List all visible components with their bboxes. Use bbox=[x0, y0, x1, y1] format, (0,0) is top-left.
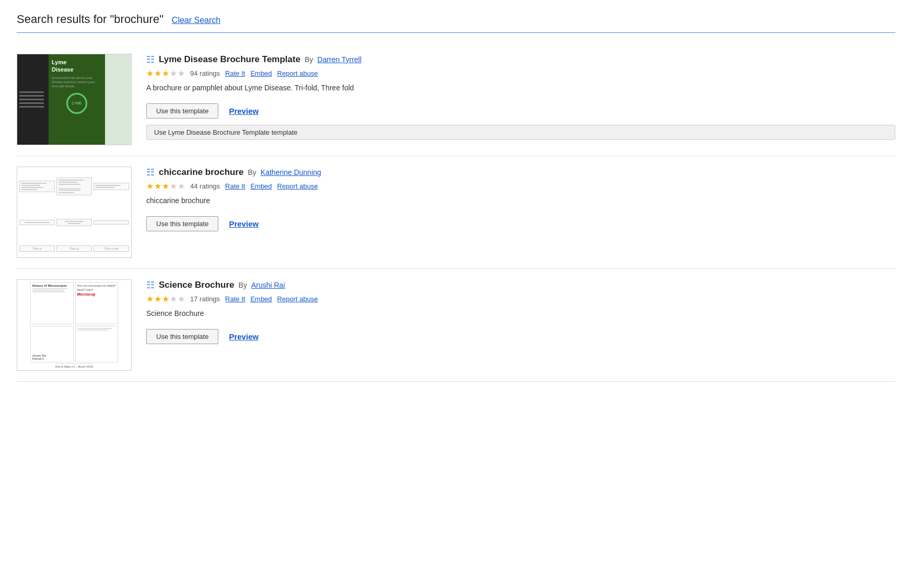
description: chiccarine brochure bbox=[146, 196, 895, 205]
by-label: By bbox=[305, 55, 313, 64]
preview-link[interactable]: Preview bbox=[229, 219, 259, 228]
author-link[interactable]: Arushi Rai bbox=[251, 281, 285, 289]
result-item-science: History of Microscopes How can microscop… bbox=[17, 269, 895, 382]
use-template-button[interactable]: Use this template bbox=[146, 329, 218, 344]
rating-count: 44 ratings bbox=[190, 182, 220, 190]
thumbnail-lyme: LymeDisease Environment info about Lyme … bbox=[17, 54, 132, 145]
result-item-lyme: LymeDisease Environment info about Lyme … bbox=[17, 43, 895, 156]
ratings-row: ★★★★★ 44 ratings Rate It Embed Report ab… bbox=[146, 181, 895, 191]
ratings-row: ★★★★★ 17 ratings Rate It Embed Report ab… bbox=[146, 294, 895, 304]
template-name: Lyme Disease Brochure Template bbox=[159, 54, 300, 65]
thumbnail-science: History of Microscopes How can microscop… bbox=[17, 279, 132, 371]
rate-it-link[interactable]: Rate It bbox=[225, 295, 245, 303]
star-rating: ★★★★★ bbox=[146, 294, 185, 304]
buttons-row: Use this template Preview bbox=[146, 329, 895, 344]
info-section-chiccarine: ☷ chiccarine brochure By Katherine Dunni… bbox=[146, 167, 895, 231]
search-title: Search results for "brochure" bbox=[17, 13, 163, 26]
search-header: Search results for "brochure" Clear Sear… bbox=[17, 13, 895, 33]
template-name: chiccarine brochure bbox=[159, 167, 244, 178]
report-abuse-link[interactable]: Report abuse bbox=[277, 295, 318, 303]
info-section-lyme: ☷ Lyme Disease Brochure Template By Darr… bbox=[146, 54, 895, 140]
use-template-button[interactable]: Use this template bbox=[146, 103, 218, 119]
result-item-chiccarine: This is This is This is the ☷ chiccarine… bbox=[17, 156, 895, 269]
rating-count: 94 ratings bbox=[190, 69, 220, 77]
embed-link[interactable]: Embed bbox=[250, 295, 272, 303]
preview-link[interactable]: Preview bbox=[229, 332, 259, 341]
clear-search-link[interactable]: Clear Search bbox=[172, 16, 220, 25]
tooltip-bubble: Use Lyme Disease Brochure Template templ… bbox=[146, 125, 895, 140]
template-name: Science Brochure bbox=[159, 280, 235, 290]
document-icon: ☷ bbox=[146, 279, 155, 291]
description: Science Brochure bbox=[146, 309, 895, 317]
document-icon: ☷ bbox=[146, 167, 155, 178]
header-divider bbox=[17, 32, 895, 33]
rate-it-link[interactable]: Rate It bbox=[225, 69, 245, 77]
description: A brochure or pamphlet about Lyme Diseas… bbox=[146, 84, 895, 92]
buttons-row: Use this template Preview bbox=[146, 103, 895, 119]
ratings-row: ★★★★★ 94 ratings Rate It Embed Report ab… bbox=[146, 68, 895, 78]
rate-it-link[interactable]: Rate It bbox=[225, 182, 245, 190]
thumbnail-chiccarine: This is This is This is the bbox=[17, 167, 132, 258]
info-section-science: ☷ Science Brochure By Arushi Rai ★★★★★ 1… bbox=[146, 279, 895, 344]
by-label: By bbox=[239, 281, 247, 289]
report-abuse-link[interactable]: Report abuse bbox=[277, 69, 318, 77]
title-row: ☷ chiccarine brochure By Katherine Dunni… bbox=[146, 167, 895, 178]
star-rating: ★★★★★ bbox=[146, 68, 185, 78]
report-abuse-link[interactable]: Report abuse bbox=[277, 182, 318, 190]
title-row: ☷ Lyme Disease Brochure Template By Darr… bbox=[146, 54, 895, 65]
buttons-row: Use this template Preview bbox=[146, 216, 895, 231]
document-icon: ☷ bbox=[146, 54, 155, 65]
results-list: LymeDisease Environment info about Lyme … bbox=[17, 43, 895, 382]
title-row: ☷ Science Brochure By Arushi Rai bbox=[146, 279, 895, 291]
author-link[interactable]: Katherine Dunning bbox=[261, 168, 321, 177]
preview-link[interactable]: Preview bbox=[229, 107, 259, 115]
star-rating: ★★★★★ bbox=[146, 181, 185, 191]
by-label: By bbox=[248, 168, 256, 177]
author-link[interactable]: Darren Tyrrell bbox=[318, 55, 362, 64]
rating-count: 17 ratings bbox=[190, 295, 220, 303]
embed-link[interactable]: Embed bbox=[250, 182, 272, 190]
use-template-button[interactable]: Use this template bbox=[146, 216, 218, 231]
embed-link[interactable]: Embed bbox=[250, 69, 272, 77]
